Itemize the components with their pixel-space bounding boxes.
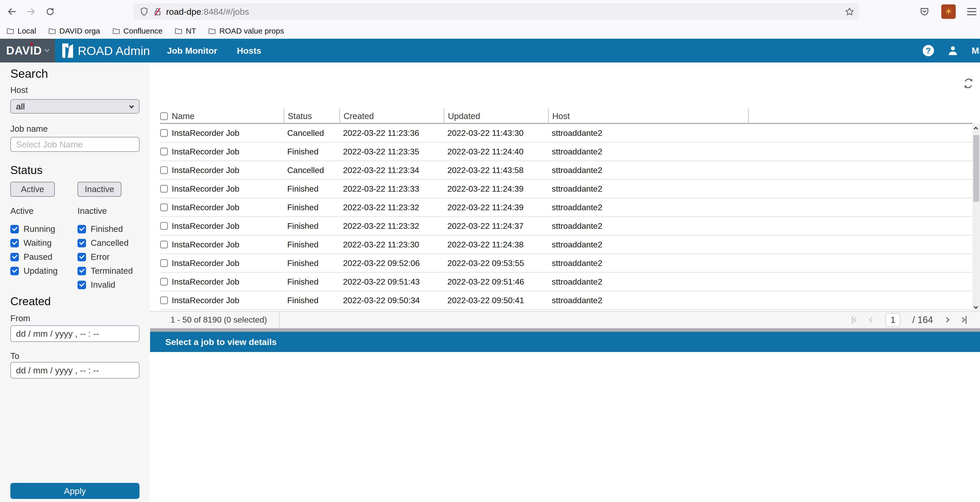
details-message: Select a job to view details <box>165 337 277 347</box>
jobs-table: Name Status Created Updated Host InstaRe… <box>160 108 972 310</box>
row-checkbox[interactable] <box>160 222 168 230</box>
menu-icon[interactable] <box>967 8 976 15</box>
horizontal-scrollbar[interactable] <box>150 329 980 332</box>
table-row[interactable]: InstaRecorder JobCancelled2022-03-22 11:… <box>160 161 972 180</box>
refresh-icon[interactable] <box>963 78 974 89</box>
created-from-input[interactable]: dd / mm / yyyy , -- : -- <box>10 326 140 342</box>
row-checkbox[interactable] <box>160 278 168 286</box>
checkbox-finished[interactable]: Finished <box>78 222 142 236</box>
table-row[interactable]: InstaRecorder JobFinished2022-03-22 11:2… <box>160 180 972 198</box>
host-select-value: all <box>16 102 25 111</box>
bookmark-label: DAVID orga <box>59 27 100 35</box>
last-page-icon[interactable] <box>961 316 967 324</box>
forward-icon[interactable] <box>24 5 38 19</box>
job-name-placeholder: Select Job Name <box>16 140 83 149</box>
status-title: Status <box>10 164 43 176</box>
row-checkbox[interactable] <box>160 185 168 193</box>
checked-checkbox-icon[interactable] <box>10 225 19 234</box>
user-icon[interactable] <box>947 44 959 57</box>
help-icon[interactable]: ? <box>923 45 934 56</box>
job-name-input[interactable]: Select Job Name <box>10 137 140 152</box>
checked-checkbox-icon[interactable] <box>10 253 19 261</box>
row-checkbox[interactable] <box>160 259 168 267</box>
bookmark-folder-local[interactable]: Local <box>6 27 36 35</box>
column-header-extra <box>748 108 972 124</box>
row-checkbox[interactable] <box>160 203 168 211</box>
row-checkbox[interactable] <box>160 241 168 248</box>
table-row[interactable]: InstaRecorder JobFinished2022-03-22 11:2… <box>160 143 972 161</box>
checked-checkbox-icon[interactable] <box>10 267 19 275</box>
table-row[interactable]: InstaRecorder JobCancelled2022-03-22 11:… <box>160 124 972 143</box>
cell-created: 2022-03-22 09:51:43 <box>339 277 444 287</box>
created-to-input[interactable]: dd / mm / yyyy , -- : -- <box>10 362 140 378</box>
nav-item-hosts[interactable]: Hosts <box>237 46 261 56</box>
select-all-checkbox[interactable] <box>160 112 168 120</box>
previous-page-icon[interactable] <box>869 317 874 322</box>
table-row[interactable]: InstaRecorder JobFinished2022-03-22 09:5… <box>160 254 972 273</box>
bookmark-star-icon[interactable] <box>845 6 855 17</box>
scrollbar-thumb[interactable] <box>973 135 979 202</box>
table-row[interactable]: InstaRecorder JobFinished2022-03-22 09:5… <box>160 273 972 291</box>
to-label: To <box>10 351 19 361</box>
table-row[interactable]: InstaRecorder JobFinished2022-03-22 11:2… <box>160 235 972 254</box>
checkbox-updating[interactable]: Updating <box>10 264 75 278</box>
cell-updated: 2022-03-22 09:51:46 <box>444 277 548 287</box>
scroll-up-icon[interactable] <box>974 127 978 131</box>
reload-icon[interactable] <box>43 5 57 19</box>
row-checkbox[interactable] <box>160 297 168 304</box>
checkbox-running[interactable]: Running <box>10 222 75 236</box>
checkbox-error[interactable]: Error <box>78 250 142 264</box>
table-row[interactable]: InstaRecorder JobFinished2022-03-22 11:2… <box>160 198 972 217</box>
folder-icon <box>6 27 14 35</box>
checked-checkbox-icon[interactable] <box>78 253 86 261</box>
checked-checkbox-icon[interactable] <box>10 239 19 247</box>
active-button[interactable]: Active <box>10 182 55 197</box>
checked-checkbox-icon[interactable] <box>78 225 86 234</box>
inactive-button[interactable]: Inactive <box>78 182 121 197</box>
checked-checkbox-icon[interactable] <box>78 239 86 247</box>
checkbox-terminated[interactable]: Terminated <box>78 264 142 278</box>
page-number-input[interactable]: 1 <box>885 313 900 327</box>
bookmark-folder-confluence[interactable]: Confluence <box>112 27 163 35</box>
shield-icon[interactable] <box>139 7 149 16</box>
first-page-icon[interactable] <box>852 316 858 324</box>
row-checkbox[interactable] <box>160 129 168 137</box>
cell-status: Finished <box>284 184 339 194</box>
table-row[interactable]: InstaRecorder JobFinished2022-03-22 09:5… <box>160 291 972 310</box>
selection-summary: 1 - 50 of 8190 (0 selected) <box>170 315 267 325</box>
url-path: :8484/#/jobs <box>201 7 249 17</box>
header-checkbox-cell <box>160 108 172 124</box>
checkbox-paused[interactable]: Paused <box>10 250 75 264</box>
cell-status: Finished <box>284 295 339 305</box>
cell-host: sttroaddante2 <box>548 147 748 156</box>
row-checkbox[interactable] <box>160 166 168 174</box>
insecure-lock-icon[interactable] <box>153 7 162 16</box>
extension-icon[interactable]: ☀ <box>941 5 956 19</box>
checked-checkbox-icon[interactable] <box>78 281 86 289</box>
checked-checkbox-icon[interactable] <box>78 267 86 275</box>
host-select[interactable]: all <box>10 99 140 114</box>
row-checkbox-cell <box>160 222 172 230</box>
bookmark-folder-nt[interactable]: NT <box>174 27 196 35</box>
checkbox-invalid[interactable]: Invalid <box>78 278 142 292</box>
cell-host: sttroaddante2 <box>548 295 748 305</box>
bookmark-folder-david-orga[interactable]: DAVID orga <box>48 27 100 35</box>
checkbox-cancelled[interactable]: Cancelled <box>78 236 142 250</box>
table-row[interactable]: InstaRecorder JobFinished2022-03-22 11:2… <box>160 217 972 235</box>
row-checkbox[interactable] <box>160 148 168 156</box>
vertical-scrollbar[interactable] <box>972 124 980 311</box>
checkbox-waiting[interactable]: Waiting <box>10 236 75 250</box>
url-host: road-dpe <box>166 7 201 17</box>
next-page-icon[interactable] <box>944 317 950 322</box>
inactive-status-group: Inactive Finished Cancelled Error Termin… <box>78 206 142 292</box>
apply-button[interactable]: Apply <box>10 483 140 499</box>
cell-created: 2022-03-22 11:23:32 <box>339 221 444 231</box>
back-icon[interactable] <box>5 5 19 19</box>
scroll-down-icon[interactable] <box>974 305 978 309</box>
cell-status: Cancelled <box>284 128 339 138</box>
bookmark-folder-road-value-props[interactable]: ROAD value props <box>208 27 284 35</box>
nav-item-job-monitor[interactable]: Job Monitor <box>167 46 217 56</box>
pocket-icon[interactable] <box>919 6 930 17</box>
url-bar[interactable]: road-dpe:8484/#/jobs <box>133 3 859 20</box>
david-logo-button[interactable]: DAVID <box>0 39 55 62</box>
